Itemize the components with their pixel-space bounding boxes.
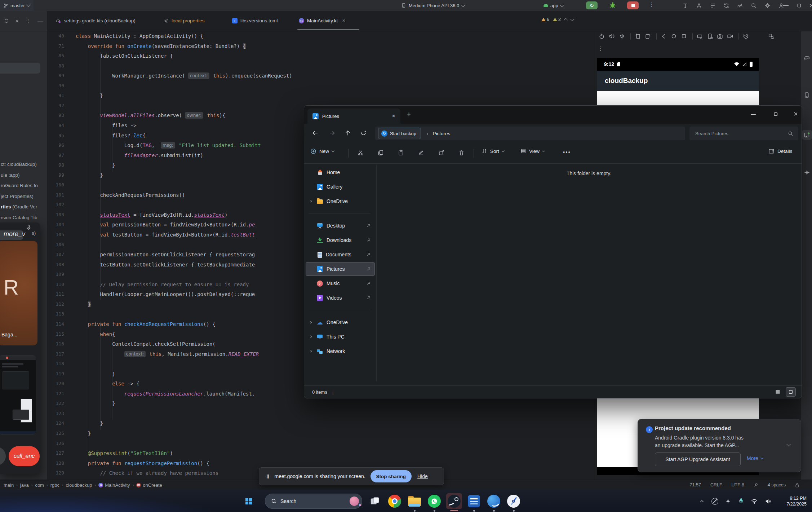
- expand-notification-icon[interactable]: [786, 442, 790, 446]
- meet-control-button[interactable]: [0, 447, 6, 465]
- extended-controls-icon[interactable]: [707, 33, 713, 39]
- do-not-disturb-icon[interactable]: [708, 498, 722, 505]
- task-view-button[interactable]: [367, 493, 383, 509]
- project-tree-item[interactable]: rties (Gradle Ver: [1, 204, 37, 209]
- search-icon[interactable]: [751, 3, 757, 9]
- stop-sharing-button[interactable]: Stop sharing: [370, 470, 412, 482]
- copy-icon[interactable]: [378, 150, 384, 156]
- screenshare-preview[interactable]: [0, 355, 36, 434]
- view-button[interactable]: View: [520, 148, 545, 154]
- new-button[interactable]: New: [310, 148, 334, 154]
- project-tree-item[interactable]: rsion Catalog "lib: [1, 215, 37, 220]
- new-tab-button[interactable]: +: [407, 110, 411, 118]
- editor-tab-libs.versions.toml[interactable]: Tlibs.versions.toml: [227, 11, 291, 31]
- sidebar-item-this-pc[interactable]: This PC: [306, 330, 375, 344]
- hide-icon[interactable]: —: [37, 18, 43, 24]
- rotate-left-icon[interactable]: [635, 33, 641, 39]
- home-icon[interactable]: [671, 33, 677, 39]
- file-explorer-icon[interactable]: [407, 493, 422, 509]
- breadcrumb-main[interactable]: main: [4, 482, 14, 488]
- delete-icon[interactable]: [458, 150, 465, 156]
- sidebar-item-pictures[interactable]: Pictures: [306, 262, 375, 276]
- sidebar-item-desktop[interactable]: Desktop: [306, 219, 375, 233]
- close-tab-icon[interactable]: ✕: [342, 18, 345, 23]
- rename-icon[interactable]: [418, 150, 424, 156]
- sidebar-item-documents[interactable]: Documents: [306, 248, 375, 261]
- device-selector[interactable]: Medium Phone API 36.0: [401, 3, 465, 8]
- pause-icon[interactable]: ‖: [266, 473, 269, 480]
- settings-icon[interactable]: [764, 3, 771, 9]
- end-call-button[interactable]: call_enc: [9, 446, 40, 466]
- project-tree-item[interactable]: ule :app): [1, 172, 20, 178]
- mic-icon[interactable]: [26, 225, 31, 231]
- editor-tab-MainActivity.kt[interactable]: CMainActivity.kt✕: [294, 11, 363, 31]
- back-icon[interactable]: [312, 130, 319, 136]
- breadcrumb-com[interactable]: com: [35, 482, 44, 488]
- line-ending[interactable]: CRLF: [710, 482, 722, 487]
- power-icon[interactable]: [599, 33, 605, 39]
- more-dropdown[interactable]: More: [747, 455, 763, 461]
- close-tab-icon[interactable]: ✕: [392, 114, 395, 119]
- expand-icon[interactable]: [4, 18, 9, 23]
- fold-icon[interactable]: [697, 33, 703, 39]
- rotate-right-icon[interactable]: [645, 33, 651, 39]
- sidebar-item-onedrive[interactable]: OneDrive: [306, 315, 375, 329]
- next-problem-icon[interactable]: [570, 17, 574, 21]
- microphone-icon[interactable]: [735, 498, 747, 504]
- sparkle-icon[interactable]: [722, 498, 735, 504]
- window-minimize-button[interactable]: —: [780, 0, 792, 11]
- address-box[interactable]: ↻ Start backup › Pictures: [375, 127, 685, 140]
- inspections-widget[interactable]: 6 2: [541, 17, 574, 22]
- run-button[interactable]: ↻: [586, 1, 598, 9]
- window-maximize-button[interactable]: [793, 0, 805, 11]
- pin-icon[interactable]: [754, 483, 758, 487]
- vcs-branch-widget[interactable]: master: [0, 0, 34, 11]
- sidebar-item-gallery[interactable]: Gallery: [306, 180, 375, 194]
- details-button[interactable]: Details: [768, 148, 792, 154]
- breadcrumb-onCreate[interactable]: monCreate: [136, 482, 162, 488]
- back-icon[interactable]: [661, 33, 667, 39]
- display-tool-icon[interactable]: [466, 493, 482, 509]
- gemini-icon[interactable]: [804, 169, 810, 176]
- breadcrumb-cloudbackup[interactable]: cloudbackup: [66, 482, 92, 488]
- start-backup-button[interactable]: ↻ Start backup: [378, 128, 421, 139]
- project-tree-item[interactable]: ct: cloudBackup): [1, 162, 37, 167]
- sidebar-item-downloads[interactable]: Downloads: [306, 233, 375, 247]
- lock-icon[interactable]: [795, 483, 799, 487]
- stop-button[interactable]: [627, 1, 639, 9]
- running-devices-icon[interactable]: [802, 130, 812, 140]
- volume-down-icon[interactable]: [619, 33, 625, 39]
- forward-icon[interactable]: [329, 130, 335, 136]
- run-configuration-selector[interactable]: app: [543, 3, 563, 8]
- breadcrumb-rgbc[interactable]: rgbc: [50, 482, 59, 488]
- refresh-icon[interactable]: [360, 130, 367, 136]
- wifi-icon[interactable]: [747, 499, 761, 504]
- device-manager-icon[interactable]: [804, 92, 810, 98]
- overview-icon[interactable]: [681, 33, 687, 39]
- hidden-icons-chevron[interactable]: [696, 499, 708, 504]
- hide-link[interactable]: Hide: [417, 473, 428, 479]
- sidebar-item-network[interactable]: Network: [306, 344, 375, 358]
- caret-position[interactable]: 71:57: [690, 482, 701, 487]
- whatsapp-icon[interactable]: [426, 493, 442, 509]
- editor-tab-local.properties[interactable]: local.properties: [159, 11, 224, 31]
- prev-problem-icon[interactable]: [564, 18, 568, 22]
- todo-icon[interactable]: [710, 3, 716, 9]
- list-view-icon[interactable]: [775, 389, 781, 395]
- screen-record-icon[interactable]: [727, 33, 733, 39]
- indent-setting[interactable]: 4 spaces: [768, 482, 786, 487]
- snapshot-icon[interactable]: [743, 33, 749, 39]
- explorer-maximize-button[interactable]: [767, 106, 784, 122]
- steam-icon[interactable]: [446, 493, 462, 509]
- close-icon[interactable]: [15, 19, 19, 23]
- volume-icon[interactable]: [761, 499, 775, 504]
- chrome-icon[interactable]: [387, 493, 403, 509]
- gradle-icon[interactable]: [803, 54, 810, 61]
- explorer-tab[interactable]: Pictures ✕: [307, 109, 400, 124]
- up-icon[interactable]: [345, 130, 351, 136]
- start-button[interactable]: [241, 493, 257, 509]
- start-agp-upgrade-button[interactable]: Start AGP Upgrade Assistant: [655, 453, 741, 466]
- breadcrumb-MainActivity[interactable]: CMainActivity: [98, 482, 130, 488]
- explorer-minimize-button[interactable]: —: [745, 106, 762, 122]
- window-close-button[interactable]: [806, 0, 812, 11]
